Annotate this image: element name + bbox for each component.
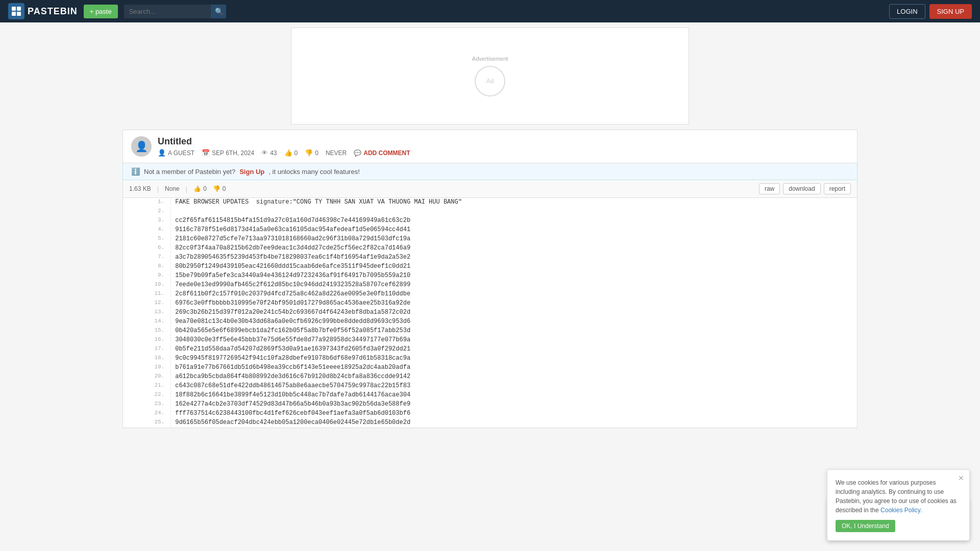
signup-banner-suffix: , it unlocks many cool features! [268,168,359,176]
line-code: a3c7b289054635f5239d453fb4be718298037ea6… [171,253,857,262]
line-number: 25. [123,418,171,428]
line-number: 15. [123,327,171,336]
signup-banner-link[interactable]: Sign Up [239,168,264,176]
table-row: 14.9ea70e081c13c4b0e30b43dd68a6a0e0cfb69… [123,317,857,327]
download-button[interactable]: download [783,183,820,194]
ad-area: Advertisement Ad [291,28,689,124]
line-number: 21. [123,382,171,391]
avatar: 👤 [131,136,152,157]
line-number: 14. [123,317,171,327]
line-code: b761a91e77b67661db51d6b498ea39ccb6f143e5… [171,363,857,372]
paste-header: 👤 Untitled 👤 A GUEST 📅 SEP 6TH, 2024 👁 4… [122,130,857,163]
line-number: 1. [123,198,171,207]
eye-icon: 👁 [261,149,268,157]
paste-views: 43 [270,149,277,157]
signup-banner-text: Not a member of Pastebin yet? [144,168,235,176]
paste-info: Untitled 👤 A GUEST 📅 SEP 6TH, 2024 👁 43 … [158,136,849,157]
svg-rect-0 [12,7,16,11]
logo-icon [8,3,24,19]
table-row: 7.a3c7b289054635f5239d453fb4be718298037e… [123,253,857,262]
paste-toolbar: 1.63 KB | None | 👍 0 👎 0 raw download re… [122,180,857,198]
line-number: 20. [123,372,171,382]
table-row: 1.FAKE BROWSER UPDATES signature:"CONG T… [123,198,857,207]
line-code: 269c3b26b215d397f012a20e241c54b2c693667d… [171,308,857,317]
line-number: 23. [123,400,171,409]
paste-votes-up: 0 [295,149,298,157]
line-number: 7. [123,253,171,262]
table-row: 2. [123,207,857,216]
date-item: 📅 SEP 6TH, 2024 [202,149,254,157]
paste-date: SEP 6TH, 2024 [212,149,254,157]
votes-down-item: 👎 0 [305,149,318,157]
file-size: 1.63 KB [129,185,151,192]
table-row: 24.fff7637514c6238443100fbc4d1fef626cebf… [123,409,857,418]
line-code: 18f882b6c16641be3899f4e5123d10bb5c448ac7… [171,391,857,400]
header: PASTEBIN + paste 🔍 LOGIN SIGN UP [0,0,980,22]
add-comment-link[interactable]: 💬 ADD COMMENT [354,149,410,157]
new-paste-button[interactable]: + paste [84,5,118,18]
vote-down-count: 0 [223,185,226,192]
search-area: 🔍 [124,5,226,18]
line-code: 82cc0f3f4aa70a8215b62db7ee9deac1c3d4dd27… [171,244,857,253]
line-code: 0b420a565e5e6f6899ebcb1da2fc162b05f5a8b7… [171,327,857,336]
line-number: 24. [123,409,171,418]
table-row: 22.18f882b6c16641be3899f4e5123d10bb5c448… [123,391,857,400]
paste-expiry: NEVER [326,149,347,157]
line-number: 4. [123,226,171,235]
line-number: 3. [123,216,171,226]
line-number: 17. [123,345,171,354]
file-type: None [165,185,180,192]
svg-rect-2 [12,12,16,16]
line-code: FAKE BROWSER UPDATES signature:"CONG TY … [171,198,857,207]
table-row: 12.6976c3e0ffbbbbb310995e70f24bf9501d017… [123,299,857,308]
line-number: 8. [123,262,171,271]
line-number: 5. [123,235,171,244]
author-item: 👤 A GUEST [158,149,194,157]
report-button[interactable]: report [824,183,851,194]
line-code: 7eede0e13ed9990afb465c2f612d85bc10c946dd… [171,281,857,290]
table-row: 18.9c0c9945f81977269542f941c10fa28dbefe9… [123,354,857,363]
table-row: 19.b761a91e77b67661db51d6b498ea39ccb6f14… [123,363,857,372]
code-tbody: 1.FAKE BROWSER UPDATES signature:"CONG T… [123,198,857,428]
table-row: 16.3048030c0e3ff5e6e45bbb37e75d6e55fde8d… [123,336,857,345]
line-code: cc2f65faf61154815b4fa151d9a27c01a160d7d4… [171,216,857,226]
line-number: 12. [123,299,171,308]
svg-rect-3 [17,12,21,16]
ad-label: Advertisement [472,56,508,62]
search-input[interactable] [124,5,211,18]
comment-icon: 💬 [354,149,361,157]
raw-button[interactable]: raw [759,183,780,194]
table-row: 5.2181c60e8727d5cfe7e713aa9731018168660a… [123,235,857,244]
line-code: 15be79b09fa5efe3ca3440a94e436124d9723243… [171,271,857,281]
paste-author: A GUEST [168,149,194,157]
paste-meta: 👤 A GUEST 📅 SEP 6TH, 2024 👁 43 👍 0 👎 [158,149,849,157]
login-button[interactable]: LOGIN [889,4,925,19]
table-row: 25.9d6165b56f05deacf204dbc424ebb05a1200e… [123,418,857,428]
logo-link[interactable]: PASTEBIN [8,3,78,19]
separator-2: | [186,185,187,193]
vote-up-icon[interactable]: 👍 [193,185,201,192]
search-button[interactable]: 🔍 [211,5,226,18]
code-table: 1.FAKE BROWSER UPDATES signature:"CONG T… [123,198,857,428]
code-container: 1.FAKE BROWSER UPDATES signature:"CONG T… [122,198,857,428]
table-row: 8.80b2950f1249d439105eac421660ddd15caab6… [123,262,857,271]
signup-banner: ℹ️ Not a member of Pastebin yet? Sign Up… [122,163,857,180]
logo-text: PASTEBIN [28,6,78,17]
line-code: 9c0c9945f81977269542f941c10fa28dbefe9107… [171,354,857,363]
line-code: a612bca9b5cbda864f4b808992de3d616c67b912… [171,372,857,382]
line-number: 13. [123,308,171,317]
line-number: 10. [123,281,171,290]
separator-1: | [157,185,159,193]
line-code: 6976c3e0ffbbbbb310995e70f24bf9501d017279… [171,299,857,308]
expiry-item: NEVER [326,149,347,157]
calendar-icon: 📅 [202,149,210,157]
line-number: 6. [123,244,171,253]
svg-rect-1 [17,7,21,11]
paste-votes-down: 0 [315,149,318,157]
table-row: 20.a612bca9b5cbda864f4b808992de3d616c67b… [123,372,857,382]
signup-button[interactable]: SIGN UP [929,4,972,19]
table-row: 9.15be79b09fa5efe3ca3440a94e436124d97232… [123,271,857,281]
vote-down-icon[interactable]: 👎 [213,185,220,192]
thumbsdown-icon: 👎 [305,149,313,157]
views-item: 👁 43 [261,149,277,157]
